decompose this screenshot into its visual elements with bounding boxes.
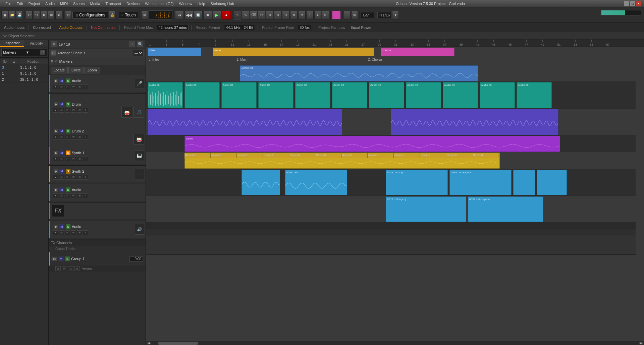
track-expand-drum[interactable]: ▶ [54, 102, 58, 106]
drum-block-8[interactable]: Audio 06 [406, 82, 441, 108]
tool-pencil-btn[interactable]: ✎ [242, 11, 249, 19]
drum-block-9[interactable]: Audio 06 [443, 82, 478, 108]
nexus-clip-6[interactable]: Nexus 0 [315, 153, 341, 158]
track-mute-drum2[interactable]: M [59, 128, 64, 134]
close-button[interactable]: ✕ [636, 1, 641, 6]
tb-snap-toggle-btn[interactable]: ⊞ [351, 11, 358, 19]
marker-row-3[interactable]: 3 3 . 1 . 1 . 0 [1, 65, 48, 70]
nexus-clip-11[interactable]: Nexus 0 [446, 153, 472, 158]
track-expand-synth1[interactable]: ▶ [54, 151, 58, 155]
tb-new-btn[interactable]: ▣ [1, 11, 8, 19]
track-rec-synth1[interactable]: ● [53, 157, 58, 161]
track-monitor-synth1[interactable]: ◎ [59, 157, 64, 161]
search-track-btn[interactable]: 🔍 [137, 41, 144, 48]
color-selector[interactable] [332, 11, 341, 19]
quantize-dropdown-btn[interactable]: ▼ [392, 11, 399, 19]
tool-select-btn[interactable]: ↖ [234, 11, 241, 19]
nexus-clip-2[interactable]: Nexus 0 [211, 153, 237, 158]
audio2-clip-5[interactable] [513, 170, 535, 195]
drum-block-7[interactable]: Audio 06 [369, 82, 404, 108]
not-connected-btn[interactable]: Not Connected [90, 25, 117, 30]
track-rec-audio3[interactable]: ● [53, 230, 58, 235]
track-mute-audio1[interactable]: M [59, 78, 64, 83]
audio2-clip-2[interactable]: 6039 - 84- [285, 170, 347, 195]
add-track-btn[interactable]: + [129, 41, 136, 48]
track-collapse-all-btn[interactable]: ≡ [51, 41, 57, 48]
track-read-drum[interactable]: R [65, 108, 70, 113]
track-mute-synth2[interactable]: M [59, 169, 64, 174]
menu-file[interactable]: File [3, 1, 14, 6]
audio3-clip-1[interactable]: 6015 - 12-ogenj [386, 196, 466, 222]
track-eq-synth1[interactable]: ≡ [83, 157, 88, 161]
track-read-drum2[interactable]: R [65, 135, 70, 139]
tool-split-btn[interactable]: ✂ [258, 11, 265, 19]
track-write-drum[interactable]: W [71, 108, 76, 113]
menu-project[interactable]: Project [26, 1, 43, 6]
markers-refresh-btn[interactable]: ↺ [40, 50, 45, 55]
track-mute-synth1[interactable]: M [59, 150, 64, 156]
audio3-clip-2[interactable]: 6039 - 84-kaplice [468, 196, 543, 222]
track-eq-audio2[interactable]: ≡ [83, 193, 88, 198]
nexus-clip-9[interactable]: Nexus 0 [394, 153, 420, 158]
tool-zoom-in-btn[interactable]: ⊕ [274, 11, 281, 19]
tool-x-btn[interactable]: ✕ [290, 11, 298, 19]
track-solo-synth1[interactable]: S [65, 150, 71, 156]
tab-inspector[interactable]: Inspector [0, 40, 24, 47]
tool-glue-btn[interactable]: ⊕ [266, 11, 273, 19]
track-read-synth1[interactable]: R [65, 157, 70, 161]
connected-btn[interactable]: Connected [32, 25, 52, 30]
track-rec-audio2[interactable]: ● [53, 193, 58, 198]
track-expand-audio1[interactable]: ▶ [54, 79, 58, 83]
menu-steinberg-hub[interactable]: Steinberg Hub [208, 1, 236, 6]
track-fx-audio1[interactable]: ⊞ [77, 84, 82, 89]
track-read-audio2[interactable]: R [65, 193, 70, 198]
drum-block-11[interactable]: Audio 06 [517, 82, 552, 108]
arranger-mode-select[interactable]: — [133, 50, 144, 56]
nexus-clip-12[interactable]: Nexus 0 [472, 153, 498, 158]
minimize-button[interactable]: ─ [624, 1, 629, 6]
tb-more-tools-btn[interactable]: ⋯ [344, 11, 351, 19]
track-rec-drum[interactable]: ● [53, 108, 58, 113]
menu-audio[interactable]: Audio [43, 1, 57, 6]
track-fx-synth1[interactable]: ⊞ [77, 157, 82, 161]
tb-snap-btn[interactable]: ⊞ [48, 11, 55, 19]
track-mute-drum[interactable]: M [59, 102, 64, 107]
tool-mute-btn[interactable]: M [298, 11, 306, 19]
synth1-block[interactable]: Synth [184, 136, 560, 152]
tb-undo-btn[interactable]: ↩ [26, 11, 33, 19]
tab-visibility[interactable]: Visibility [24, 40, 48, 47]
nexus-clip-5[interactable]: Nexus 0 [289, 153, 315, 158]
tb-sync-btn[interactable]: ⊞ [141, 11, 148, 19]
track-fx-audio3[interactable]: ⊞ [77, 230, 82, 235]
track-eq-synth2[interactable]: ≡ [83, 175, 88, 180]
configurations-dropdown[interactable]: ⊡ [65, 11, 72, 19]
audio-inputs-btn[interactable]: Audio Inputs [3, 25, 26, 30]
menu-window[interactable]: Window [176, 1, 195, 6]
drum-block-2[interactable]: Audio 06 [184, 82, 220, 108]
track-write-audio2[interactable]: W [71, 193, 76, 198]
tb-history-btn[interactable]: ▣ [41, 11, 47, 19]
track-read-audio3[interactable]: R [65, 230, 70, 235]
track-rec-synth2[interactable]: ● [53, 175, 58, 180]
track-eq-audio3[interactable]: ≡ [83, 230, 88, 235]
h-scroll-thumb[interactable] [158, 342, 198, 345]
track-eq-audio1[interactable]: ≡ [83, 84, 88, 89]
maximize-button[interactable]: □ [630, 1, 635, 6]
drum-block-5[interactable]: Audio 06 [295, 82, 330, 108]
cycle-btn[interactable]: Cycle [68, 67, 84, 73]
drum-block-6[interactable]: Audio 06 [332, 82, 367, 108]
track-monitor-audio3[interactable]: ◎ [59, 230, 64, 235]
track-solo-audio2[interactable]: S [65, 187, 71, 192]
nexus-clip-3[interactable]: Nexus 0 [237, 153, 263, 158]
nexus-clip-1[interactable]: Nexus 0 [184, 153, 211, 158]
group1-r-btn[interactable]: R [55, 266, 61, 271]
track-eq-drum[interactable]: ≡ [83, 108, 88, 113]
track-write-drum2[interactable]: W [71, 135, 76, 139]
group1-ctrl-btn[interactable]: ◎ [68, 266, 73, 271]
tb-cycle-btn[interactable]: 🔄 [194, 11, 203, 19]
track-fx-synth2[interactable]: ⊞ [77, 175, 82, 180]
track-read-audio1[interactable]: R [65, 84, 70, 89]
track-solo-synth2[interactable]: 3 [65, 169, 71, 174]
drum-block-3[interactable]: Audio 06 [221, 82, 257, 108]
track-mute-group1[interactable]: M [58, 256, 64, 262]
